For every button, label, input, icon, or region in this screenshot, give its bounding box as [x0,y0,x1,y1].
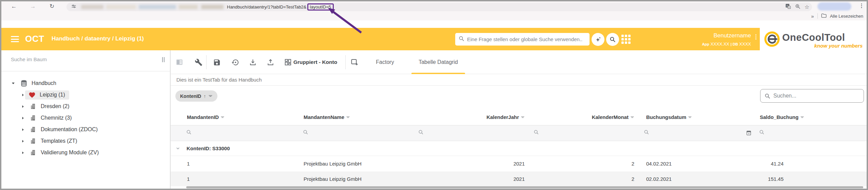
cell-kalendermonat: 2 [531,172,641,186]
tree-collapse-icon[interactable] [20,93,25,97]
tab-tabelle-datagrid[interactable]: Tabelle Datagrid [408,50,468,74]
download-button[interactable] [248,57,257,67]
global-search-input[interactable] [467,36,586,42]
app-db-info: App XXXX.XX | DB XXXX [642,41,751,47]
redacted-url-segment [81,5,103,9]
table-row[interactable]: 1 Projektbau Leipzig GmbH 2021 2 04.02.2… [171,156,867,172]
tree-item-label: Leipzig (1) [40,92,65,98]
form-view-button[interactable] [175,57,184,67]
filter-cell-buchungsdatum[interactable] [641,125,756,141]
profile-chip[interactable] [817,2,851,11]
table-row[interactable]: 1 Projektbau Leipzig GmbH 2021 2 02.02.2… [171,172,867,186]
upload-button[interactable] [266,57,275,67]
tree-item-chemnitz[interactable]: Chemnitz (3) [1,112,170,124]
building-icon [30,115,37,121]
app-header: OCT Handbuch / dataentry / Leipzig (1) [1,28,867,50]
tab-factory[interactable]: Factory [365,50,405,74]
search-icon [610,36,616,42]
tree-item-dokumentation[interactable]: Dokumentation (ZDOC) [1,124,170,135]
forward-button[interactable]: → [28,2,37,11]
header-search-button[interactable] [606,33,619,46]
column-header-kalenderjahr[interactable]: KalenderJahr [416,109,531,125]
building-icon [30,103,37,110]
hidden-bookmarks-button[interactable]: » [811,13,814,19]
sparkle-icon [595,36,602,43]
tree-item-leipzig[interactable]: Leipzig (1) [1,89,170,101]
cell-kalenderjahr: 2021 [416,156,531,172]
save-button[interactable] [212,57,221,67]
filter-cell-saldo-buchung[interactable] [756,125,867,141]
reload-button[interactable]: ↻ [47,2,56,11]
translate-icon[interactable]: G A [785,3,791,11]
tree-collapse-icon[interactable] [20,139,25,143]
divider [345,55,346,69]
column-header-kalendermonat[interactable]: KalenderMonat [531,109,641,125]
filter-icon[interactable] [630,115,634,119]
user-menu-icon[interactable]: ⋮ [753,33,759,40]
layout-select-button[interactable] [283,57,293,67]
svg-text:A: A [788,6,790,8]
logo-panel: OneCoolTool know your numbers [760,28,867,50]
tree-item-dresden[interactable]: Dresden (2) [1,101,170,112]
chevron-down-icon[interactable] [175,146,180,151]
settings-button[interactable] [194,57,203,67]
tree-item-validierung[interactable]: Validierung Module (ZV) [1,147,170,158]
logo-name: OneCoolTool [782,32,845,43]
global-search[interactable] [455,33,590,46]
app-brand[interactable]: OCT [25,34,44,44]
tree-collapse-icon[interactable] [20,151,25,155]
filter-cell-kalendermonat[interactable] [531,125,641,141]
filter-icon[interactable] [346,115,350,119]
grid-search[interactable] [760,89,864,103]
filter-cell-mandantenid[interactable] [171,125,300,141]
redacted-url-segment [179,5,198,9]
restore-button[interactable] [230,57,240,67]
all-bookmarks-label[interactable]: Alle Lesezeichen [830,14,863,19]
grid-search-input[interactable] [773,93,860,99]
zoom-icon[interactable] [795,4,801,11]
ai-assist-button[interactable] [592,33,604,46]
tree-collapse-icon[interactable] [20,105,25,108]
tree-collapse-icon[interactable] [20,128,25,132]
add-tab-button[interactable] [350,57,359,67]
address-bar[interactable]: Handbuch/dataentry/1?tabID=TestTab2& lay… [66,3,812,11]
tree-selected-highlight[interactable]: Leipzig (1) [25,90,69,100]
browser-menu-icon[interactable]: ⋮ [859,2,864,9]
download-icon [249,58,257,66]
browser-window: ← → ↻ Handbuch/dataentry/1?tabID=TestTab… [0,0,868,190]
horizontal-scrollbar[interactable] [186,186,863,188]
filter-icon[interactable] [800,115,804,119]
cell-saldo-buchung: 41.24 [756,156,867,172]
column-header-mandantenid[interactable]: MandantenID [171,109,300,125]
column-header-mandantenname[interactable]: MandantenName [300,109,416,125]
apps-grid-icon[interactable] [621,35,631,44]
filter-icon[interactable] [521,115,525,119]
filter-cell-kalenderjahr[interactable] [416,125,531,141]
tree-collapse-icon[interactable] [20,116,25,120]
tree-item-label: Validierung Module (ZV) [41,150,99,156]
group-by-chip[interactable]: KontenID ↑ [175,90,217,102]
tree-search-input[interactable] [11,56,140,62]
back-button[interactable]: ← [9,2,18,11]
group-row[interactable]: KontenID: S33000 [171,141,867,156]
wrench-icon [195,58,202,66]
layout-name-label[interactable]: Gruppiert - Konto [293,59,337,65]
oct-logo-icon [764,31,780,47]
filter-icon[interactable] [688,115,692,119]
tree-item-label: Chemnitz (3) [41,115,72,121]
tree-item-handbuch[interactable]: Handbuch [1,77,170,89]
calendar-icon[interactable] [746,130,752,137]
username[interactable]: Benutzername [642,32,751,39]
filter-cell-mandantenname[interactable] [300,125,416,141]
column-header-buchungsdatum[interactable]: Buchungsdatum [641,109,756,125]
filter-icon[interactable] [220,115,225,119]
save-icon [213,58,221,66]
tune-icon[interactable] [71,4,76,10]
sidebar-resize-handle[interactable] [162,57,165,62]
url-layoutid-highlight: layoutID=5 [307,3,334,11]
bookmark-star-icon[interactable]: ☆ [805,4,809,10]
tree-item-templates[interactable]: Templates (ZT) [1,135,170,147]
menu-icon[interactable] [11,36,19,42]
tree-expand-icon[interactable] [11,81,16,85]
column-header-saldo-buchung[interactable]: Saldo_Buchung [756,109,867,125]
